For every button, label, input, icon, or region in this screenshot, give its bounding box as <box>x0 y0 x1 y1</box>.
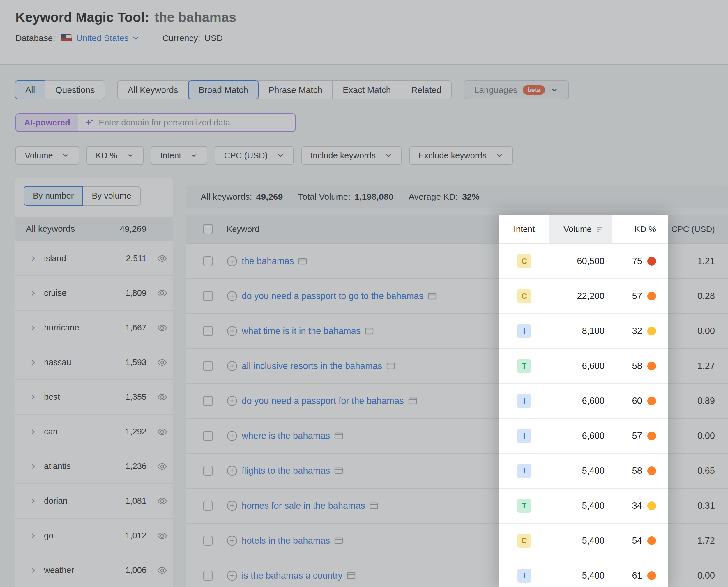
sidebar-group-best[interactable]: best 1,355 <box>15 380 173 415</box>
eye-icon[interactable] <box>157 463 167 470</box>
cpc-filter[interactable]: CPC (USD) <box>215 146 294 165</box>
keyword-groups-sidebar: By number By volume All keywords 49,269 … <box>15 178 173 587</box>
serp-icon[interactable] <box>365 326 374 336</box>
by-volume-toggle[interactable]: By volume <box>83 186 140 206</box>
database-row: Database: United States Currency: USD <box>16 33 728 43</box>
kd-value: 32 <box>632 326 642 336</box>
tab-all-keywords[interactable]: All Keywords <box>117 80 188 99</box>
keyword-link[interactable]: homes for sale in the bahamas <box>242 500 365 511</box>
add-keyword-icon[interactable] <box>227 395 238 406</box>
serp-icon[interactable] <box>334 431 343 441</box>
kd-dot <box>647 501 656 510</box>
tool-title: Keyword Magic Tool: <box>16 9 149 25</box>
results-panel: All keywords:49,269 Total Volume:1,198,0… <box>186 186 728 587</box>
serp-icon[interactable] <box>369 501 379 511</box>
keyword-link[interactable]: flights to the bahamas <box>242 466 330 476</box>
row-checkbox[interactable] <box>203 256 213 266</box>
match-group: All Keywords Broad Match Phrase Match Ex… <box>117 80 452 99</box>
eye-icon[interactable] <box>157 567 167 574</box>
volume-value: 6,600 <box>549 349 612 383</box>
serp-icon[interactable] <box>408 396 417 406</box>
keyword-link[interactable]: hotels in the bahamas <box>242 536 330 546</box>
sidebar-group-weather[interactable]: weather 1,006 <box>15 553 173 587</box>
kd-dot <box>647 571 656 580</box>
row-checkbox[interactable] <box>203 361 213 371</box>
add-keyword-icon[interactable] <box>227 290 238 302</box>
keyword-link[interactable]: do you need a passport for the bahamas <box>242 396 404 406</box>
row-checkbox[interactable] <box>203 466 213 476</box>
volume-value: 5,400 <box>549 523 612 558</box>
volume-value: 22,200 <box>549 279 612 313</box>
row-checkbox[interactable] <box>203 291 213 301</box>
sidebar-group-hurricane[interactable]: hurricane 1,667 <box>15 311 173 345</box>
languages-dropdown[interactable]: Languages beta <box>464 80 569 99</box>
add-keyword-icon[interactable] <box>227 360 238 372</box>
row-checkbox[interactable] <box>203 536 213 546</box>
eye-icon[interactable] <box>157 393 167 401</box>
chevron-right-icon <box>30 394 36 400</box>
eye-icon[interactable] <box>157 324 167 332</box>
add-keyword-icon[interactable] <box>227 326 238 336</box>
tab-phrase-match[interactable]: Phrase Match <box>258 80 333 99</box>
row-checkbox[interactable] <box>203 396 213 406</box>
volume-filter[interactable]: Volume <box>16 146 79 165</box>
domain-input[interactable] <box>99 118 285 127</box>
keyword-link[interactable]: the bahamas <box>242 256 294 266</box>
tab-broad-match[interactable]: Broad Match <box>188 80 259 99</box>
row-checkbox[interactable] <box>203 431 213 441</box>
kd-filter[interactable]: KD % <box>87 146 144 165</box>
sidebar-group-island[interactable]: island 2,511 <box>15 241 173 276</box>
add-keyword-icon[interactable] <box>227 535 238 546</box>
serp-icon[interactable] <box>298 257 307 266</box>
add-keyword-icon[interactable] <box>227 570 238 581</box>
eye-icon[interactable] <box>157 497 167 505</box>
kd-value: 75 <box>632 256 642 266</box>
serp-icon[interactable] <box>347 571 356 580</box>
tab-all[interactable]: All <box>15 80 45 99</box>
currency-value: USD <box>205 33 223 43</box>
sidebar-group-nassau[interactable]: nassau 1,593 <box>15 345 173 380</box>
serp-icon[interactable] <box>427 291 437 301</box>
eye-icon[interactable] <box>157 532 167 540</box>
add-keyword-icon[interactable] <box>227 430 238 441</box>
tab-related[interactable]: Related <box>401 80 452 99</box>
keyword-link[interactable]: where is the bahamas <box>242 431 330 441</box>
eye-icon[interactable] <box>157 255 167 262</box>
row-checkbox[interactable] <box>203 501 213 511</box>
sidebar-group-dorian[interactable]: dorian 1,081 <box>15 484 173 519</box>
tab-questions[interactable]: Questions <box>45 80 105 99</box>
keyword-link[interactable]: all inclusive resorts in the bahamas <box>242 361 382 371</box>
sidebar-group-cruise[interactable]: cruise 1,809 <box>15 276 173 311</box>
eye-icon[interactable] <box>157 428 167 436</box>
sidebar-group-can[interactable]: can 1,292 <box>15 415 173 449</box>
eye-icon[interactable] <box>157 359 167 366</box>
intent-badge: T <box>517 359 531 373</box>
serp-icon[interactable] <box>334 466 343 475</box>
keyword-link[interactable]: is the bahamas a country <box>242 570 343 581</box>
include-keywords-filter[interactable]: Include keywords <box>301 146 402 165</box>
tab-exact-match[interactable]: Exact Match <box>332 80 401 99</box>
keyword-link[interactable]: what time is it in the bahamas <box>242 326 360 336</box>
sidebar-group-atlantis[interactable]: atlantis 1,236 <box>15 449 173 484</box>
all-keywords-row[interactable]: All keywords 49,269 <box>15 217 173 241</box>
sidebar-group-go[interactable]: go 1,012 <box>15 519 173 553</box>
add-keyword-icon[interactable] <box>227 500 238 511</box>
serp-icon[interactable] <box>386 361 396 371</box>
by-number-toggle[interactable]: By number <box>24 186 83 206</box>
select-all-checkbox[interactable] <box>203 224 213 234</box>
chevron-down-icon <box>126 151 134 160</box>
eye-icon[interactable] <box>157 289 167 297</box>
exclude-keywords-label: Exclude keywords <box>419 151 487 160</box>
add-keyword-icon[interactable] <box>227 465 238 476</box>
all-keywords-label: All keywords <box>26 224 75 234</box>
keyword-link[interactable]: do you need a passport to go to the baha… <box>242 291 423 301</box>
serp-icon[interactable] <box>334 536 343 545</box>
col-volume-cell[interactable]: Volume <box>549 215 612 243</box>
add-keyword-icon[interactable] <box>227 256 238 267</box>
intent-filter[interactable]: Intent <box>151 146 208 165</box>
exclude-keywords-filter[interactable]: Exclude keywords <box>409 146 513 165</box>
all-questions-group: All Questions <box>15 80 105 99</box>
row-checkbox[interactable] <box>203 571 213 581</box>
row-checkbox[interactable] <box>203 326 213 336</box>
database-selector[interactable]: United States <box>76 33 140 43</box>
